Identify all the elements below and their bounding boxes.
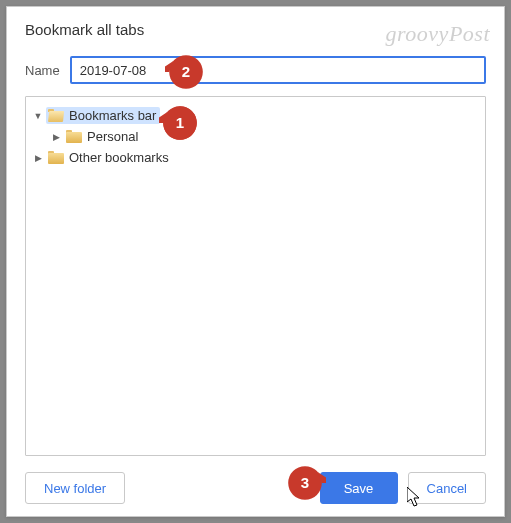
new-folder-label: New folder <box>44 481 106 496</box>
name-input[interactable] <box>70 56 486 84</box>
tree-item-bookmarks-bar[interactable]: ▼ Bookmarks bar <box>32 105 479 126</box>
folder-icon <box>66 130 82 143</box>
tree-item-other-bookmarks[interactable]: ▶ Other bookmarks <box>32 147 479 168</box>
tree-label: Other bookmarks <box>69 150 169 165</box>
dialog-title: Bookmark all tabs <box>25 21 486 38</box>
bookmark-all-tabs-dialog: groovyPost Bookmark all tabs Name ▼ Book… <box>6 6 505 517</box>
tree-item-personal[interactable]: ▶ Personal <box>50 126 479 147</box>
chevron-right-icon[interactable]: ▶ <box>32 153 44 163</box>
chevron-down-icon[interactable]: ▼ <box>32 111 44 121</box>
tree-label: Bookmarks bar <box>69 108 156 123</box>
button-row: New folder Save Cancel <box>25 472 486 504</box>
folder-open-icon <box>48 109 64 122</box>
tree-label: Personal <box>87 129 138 144</box>
name-row: Name <box>25 56 486 84</box>
cancel-label: Cancel <box>427 481 467 496</box>
chevron-right-icon[interactable]: ▶ <box>50 132 62 142</box>
new-folder-button[interactable]: New folder <box>25 472 125 504</box>
folder-icon <box>48 151 64 164</box>
cancel-button[interactable]: Cancel <box>408 472 486 504</box>
save-label: Save <box>344 481 374 496</box>
folder-tree[interactable]: ▼ Bookmarks bar ▶ <box>25 96 486 456</box>
save-button[interactable]: Save <box>320 472 398 504</box>
name-label: Name <box>25 63 60 78</box>
